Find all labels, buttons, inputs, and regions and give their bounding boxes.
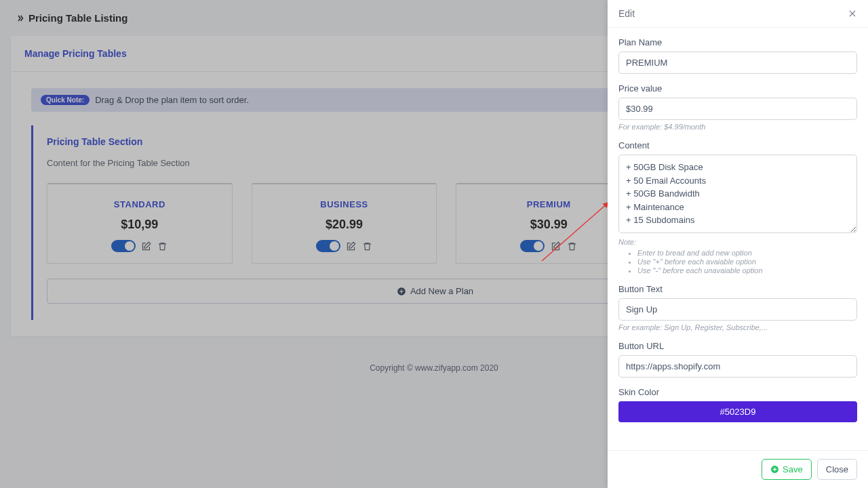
- edit-drawer: Edit Plan Name Price value For example: …: [608, 0, 868, 488]
- close-button[interactable]: Close: [817, 459, 857, 480]
- skin-color-input[interactable]: [618, 401, 857, 422]
- content-textarea[interactable]: [618, 155, 857, 233]
- plan-name-label: Plan Name: [618, 37, 857, 47]
- plan-name-input[interactable]: [618, 52, 857, 74]
- save-button[interactable]: Save: [762, 459, 812, 480]
- price-value-label: Price value: [618, 83, 857, 94]
- close-label: Close: [826, 464, 848, 474]
- save-label: Save: [783, 464, 803, 474]
- button-url-input[interactable]: [618, 355, 857, 378]
- button-text-input[interactable]: [618, 298, 857, 321]
- content-note-label: Note:: [618, 238, 857, 246]
- price-hint: For example: $4.99/month: [618, 123, 857, 131]
- content-label: Content: [618, 140, 857, 150]
- button-text-label: Button Text: [618, 284, 857, 294]
- plus-circle-icon: [770, 465, 779, 474]
- content-notes-list: Enter to bread and add new option Use "+…: [618, 249, 857, 274]
- content-note-item: Enter to bread and add new option: [637, 249, 857, 257]
- close-icon[interactable]: [848, 9, 857, 18]
- button-url-label: Button URL: [618, 341, 857, 351]
- content-note-item: Use "+" before each avaiable option: [637, 258, 857, 266]
- price-value-input[interactable]: [618, 98, 857, 120]
- content-note-item: Use "-" before each unavaiable option: [637, 266, 857, 274]
- skin-color-label: Skin Color: [618, 387, 857, 397]
- drawer-title: Edit: [618, 8, 635, 19]
- button-text-hint: For example: Sign Up, Register, Subscrib…: [618, 323, 857, 331]
